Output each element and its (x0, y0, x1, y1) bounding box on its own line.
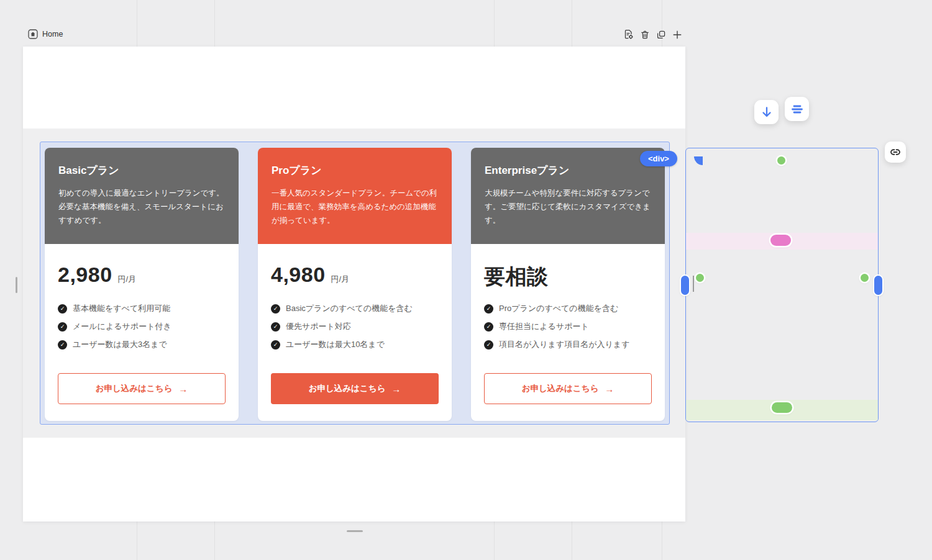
plan-price: 4,980 円/月 (271, 263, 439, 287)
design-editor: Home (0, 0, 932, 560)
padding-left-handle[interactable] (696, 274, 704, 282)
padding-bottom-handle[interactable] (772, 402, 792, 413)
signup-button[interactable]: お申し込みはこちら→ (58, 373, 226, 404)
file-export-icon[interactable] (623, 29, 634, 40)
plan-price: 要相談 (484, 264, 652, 289)
canvas-bottom-drag-handle[interactable] (347, 530, 363, 532)
feature-list: ✓基本機能をすべて利用可能 ✓メールによるサポート付き ✓ユーザー数は最大3名ま… (58, 303, 226, 350)
link-element-button[interactable] (885, 142, 906, 163)
page-toolbar (623, 29, 682, 40)
feature-item: ✓ユーザー数は最大3名まで (58, 339, 226, 350)
arrow-right-icon: → (391, 384, 401, 394)
trash-icon[interactable] (639, 29, 650, 40)
feature-item: ✓基本機能をすべて利用可能 (58, 303, 226, 314)
plan-description: 大規模チームや特別な要件に対応するプランです。ご要望に応じて柔軟にカスタマイズで… (485, 186, 651, 227)
plus-icon[interactable] (672, 29, 682, 40)
element-tag-badge[interactable]: <div> (640, 151, 677, 166)
gap-handle[interactable] (770, 235, 791, 246)
signup-button[interactable]: お申し込みはこちら→ (484, 373, 652, 404)
arrow-down-icon (760, 106, 774, 119)
check-icon: ✓ (271, 340, 280, 350)
check-icon: ✓ (484, 322, 493, 332)
spacing-editor-box[interactable] (685, 148, 879, 422)
card-body: 要相談 ✓Proプランのすべての機能を含む ✓専任担当によるサポート ✓項目名が… (471, 244, 665, 421)
plan-name: Proプラン (272, 163, 438, 178)
feature-item: ✓優先サポート対応 (271, 321, 439, 332)
check-icon: ✓ (271, 322, 280, 332)
plan-name: Basicプラン (58, 163, 225, 178)
breadcrumb-label: Home (42, 30, 63, 38)
align-center-button[interactable] (785, 97, 809, 121)
duplicate-icon[interactable] (656, 29, 666, 40)
check-icon: ✓ (58, 322, 67, 332)
card-header: Proプラン 一番人気のスタンダードプラン。チームでの利用に最適で、業務効率を高… (258, 148, 452, 244)
pricing-section[interactable]: Basicプラン 初めての導入に最適なエントリープランです。必要な基本機能を備え… (23, 129, 685, 438)
arrow-right-icon: → (178, 384, 188, 394)
page-canvas[interactable]: Basicプラン 初めての導入に最適なエントリープランです。必要な基本機能を備え… (23, 47, 685, 522)
feature-item: ✓Basicプランのすべての機能を含む (271, 303, 439, 314)
breadcrumb[interactable]: Home (28, 29, 63, 39)
card-header: Basicプラン 初めての導入に最適なエントリープランです。必要な基本機能を備え… (45, 148, 239, 244)
feature-list: ✓Proプランのすべての機能を含む ✓専任担当によるサポート ✓項目名が入ります… (484, 303, 652, 350)
arrow-right-icon: → (605, 384, 614, 394)
align-center-icon (790, 102, 805, 117)
padding-top-handle[interactable] (777, 156, 785, 165)
feature-item: ✓Proプランのすべての機能を含む (484, 303, 652, 314)
check-icon: ✓ (484, 304, 493, 314)
card-body: 2,980 円/月 ✓基本機能をすべて利用可能 ✓メールによるサポート付き ✓ユ… (45, 244, 239, 421)
feature-item: ✓ユーザー数は最大10名まで (271, 339, 439, 350)
pricing-card-enterprise[interactable]: Enterpriseプラン 大規模チームや特別な要件に対応するプランです。ご要望… (471, 148, 665, 421)
check-icon: ✓ (271, 304, 280, 314)
check-icon: ✓ (484, 340, 493, 350)
feature-list: ✓Basicプランのすべての機能を含む ✓優先サポート対応 ✓ユーザー数は最大1… (271, 303, 439, 350)
resize-left-handle[interactable] (681, 276, 689, 295)
plan-description: 一番人気のスタンダードプラン。チームでの利用に最適で、業務効率を高めるための追加… (272, 186, 438, 227)
feature-item: ✓項目名が入ります項目名が入ります (484, 339, 652, 350)
padding-right-handle[interactable] (861, 274, 869, 282)
check-icon: ✓ (58, 340, 67, 350)
selected-div-element[interactable]: Basicプラン 初めての導入に最適なエントリープランです。必要な基本機能を備え… (40, 142, 670, 425)
canvas-left-drag-handle[interactable] (16, 277, 17, 293)
plan-description: 初めての導入に最適なエントリープランです。必要な基本機能を備え、スモールスタート… (58, 186, 225, 227)
feature-item: ✓専任担当によるサポート (484, 321, 652, 332)
plan-name: Enterpriseプラン (485, 163, 651, 178)
move-down-button[interactable] (754, 100, 779, 124)
signup-button[interactable]: お申し込みはこちら→ (271, 373, 439, 404)
pricing-card-pro[interactable]: Proプラン 一番人気のスタンダードプラン。チームでの利用に最適で、業務効率を高… (258, 148, 452, 421)
plan-price: 2,980 円/月 (58, 263, 226, 287)
home-page-icon (28, 29, 38, 39)
card-header: Enterpriseプラン 大規模チームや特別な要件に対応するプランです。ご要望… (471, 148, 665, 244)
resize-right-handle[interactable] (874, 276, 882, 295)
link-icon (889, 146, 902, 158)
pricing-card-basic[interactable]: Basicプラン 初めての導入に最適なエントリープランです。必要な基本機能を備え… (45, 148, 239, 421)
check-icon: ✓ (58, 304, 67, 314)
card-body: 4,980 円/月 ✓Basicプランのすべての機能を含む ✓優先サポート対応 … (258, 244, 452, 421)
cursor-guide (693, 276, 694, 292)
feature-item: ✓メールによるサポート付き (58, 321, 226, 332)
